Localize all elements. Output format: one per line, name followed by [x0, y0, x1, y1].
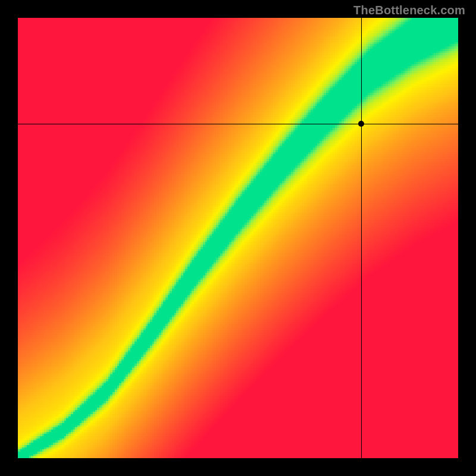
crosshair-vertical [361, 18, 362, 458]
heatmap-canvas [18, 18, 458, 458]
marker-dot [358, 121, 364, 127]
watermark-text: TheBottleneck.com [353, 4, 465, 17]
heatmap-plot-area [18, 18, 458, 458]
chart-stage: TheBottleneck.com [0, 0, 476, 476]
crosshair-horizontal [18, 124, 458, 124]
